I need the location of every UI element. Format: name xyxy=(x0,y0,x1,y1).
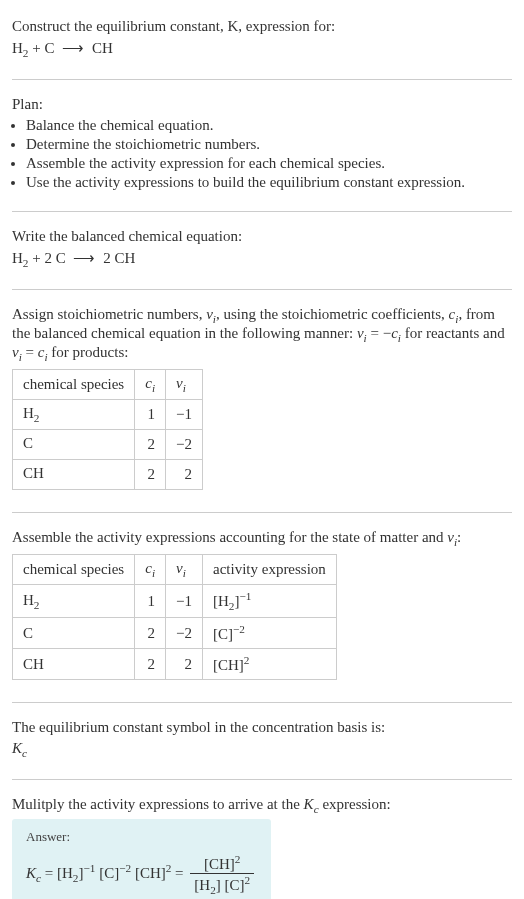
kc-expression: Kc = [H2]−1 [C]−2 [CH]2 = [CH]2[H2] [C]2 xyxy=(26,853,257,896)
ci-b: i xyxy=(152,567,155,579)
species-cell: C xyxy=(13,618,135,649)
col-species: chemical species xyxy=(13,555,135,585)
eq-h: H xyxy=(12,40,23,56)
nui-cell: 2 xyxy=(166,460,203,490)
multiply-section: Mulitply the activity expressions to arr… xyxy=(12,788,512,899)
frac-den: [H2] [C]2 xyxy=(190,874,254,896)
activity-cell: [H2]−1 xyxy=(202,585,336,618)
ci-cell: 2 xyxy=(135,649,166,680)
ans-t2exp: −2 xyxy=(119,862,131,874)
assign-section: Assign stoichiometric numbers, νi, using… xyxy=(12,298,512,504)
rel1c: c xyxy=(391,325,398,341)
kc-symbol-section: The equilibrium constant symbol in the c… xyxy=(12,711,512,771)
species-cell: CH xyxy=(13,460,135,490)
stoich-table: chemical species ci νi H2 1 −1 C 2 −2 CH… xyxy=(12,369,203,490)
nui-cell: −2 xyxy=(166,430,203,460)
assemble-section: Assemble the activity expressions accoun… xyxy=(12,521,512,694)
nu-sym: ν xyxy=(206,306,213,322)
den2a: [C] xyxy=(221,877,245,893)
ci-cell: 1 xyxy=(135,400,166,430)
plan-item: Balance the chemical equation. xyxy=(26,117,512,134)
nui-cell: 2 xyxy=(166,649,203,680)
rel2b: = xyxy=(22,344,38,360)
nui-cell: −1 xyxy=(166,585,203,618)
table-row: CH 2 2 xyxy=(13,460,203,490)
plan-item: Use the activity expressions to build th… xyxy=(26,174,512,191)
sp-a: H xyxy=(23,592,34,608)
prompt-equation: H2 + C ⟶ CH xyxy=(12,39,512,59)
num-exp: 2 xyxy=(235,853,241,865)
nui-cell: −1 xyxy=(166,400,203,430)
answer-box: Answer: Kc = [H2]−1 [C]−2 [CH]2 = [CH]2[… xyxy=(12,819,271,899)
ci-a: c xyxy=(145,560,152,576)
prompt-section: Construct the equilibrium constant, K, e… xyxy=(12,10,512,71)
assign-t2: , using the stoichiometric coefficients, xyxy=(216,306,449,322)
col-activity: activity expression xyxy=(202,555,336,585)
nui-b: i xyxy=(183,382,186,394)
multiply-text: Mulitply the activity expressions to arr… xyxy=(12,796,512,815)
table-row: CH 2 2 [CH]2 xyxy=(13,649,337,680)
nui-b: i xyxy=(183,567,186,579)
species-cell: CH xyxy=(13,649,135,680)
ans-eq: = xyxy=(41,865,57,881)
ans-t2a: [C] xyxy=(95,865,119,881)
plan-item: Determine the stoichiometric numbers. xyxy=(26,136,512,153)
ci-cell: 2 xyxy=(135,618,166,649)
plan-list: Balance the chemical equation. Determine… xyxy=(12,117,512,191)
frac-num: [CH]2 xyxy=(190,853,254,874)
den2exp: 2 xyxy=(245,874,251,886)
eq-plus-c: + C xyxy=(28,40,58,56)
ans-t3a: [CH] xyxy=(131,865,166,881)
species-cell: H2 xyxy=(13,585,135,618)
divider xyxy=(12,779,512,780)
ci-cell: 1 xyxy=(135,585,166,618)
sp-a: CH xyxy=(23,656,44,672)
ans-kc-a: K xyxy=(26,865,36,881)
act-a: [CH xyxy=(213,657,239,673)
ci-b: i xyxy=(152,382,155,394)
divider xyxy=(12,289,512,290)
ans-t1exp: −1 xyxy=(83,862,95,874)
sp-a: C xyxy=(23,435,33,451)
table-header-row: chemical species ci νi xyxy=(13,370,203,400)
activity-cell: [CH]2 xyxy=(202,649,336,680)
kc-symbol: Kc xyxy=(12,740,512,759)
prompt-line1: Construct the equilibrium constant, K, e… xyxy=(12,18,335,34)
assemble-t2: : xyxy=(457,529,461,545)
assign-text: Assign stoichiometric numbers, νi, using… xyxy=(12,306,512,363)
den1a: [H xyxy=(194,877,210,893)
balanced-heading: Write the balanced chemical equation: xyxy=(12,228,512,245)
act-exp: −1 xyxy=(239,590,251,602)
divider xyxy=(12,79,512,80)
bal-rhs: 2 CH xyxy=(99,250,135,266)
sp-sub: 2 xyxy=(34,599,40,611)
activity-cell: [C]−2 xyxy=(202,618,336,649)
sp-a: CH xyxy=(23,465,44,481)
assign-t1: Assign stoichiometric numbers, xyxy=(12,306,206,322)
nui-a: ν xyxy=(176,375,183,391)
arrow-icon: ⟶ xyxy=(62,39,84,57)
table-row: C 2 −2 xyxy=(13,430,203,460)
col-nui: νi xyxy=(166,370,203,400)
act-exp: −2 xyxy=(233,623,245,635)
prompt-text: Construct the equilibrium constant, K, e… xyxy=(12,18,512,35)
nu-sym: ν xyxy=(447,529,454,545)
mult-kc-a: K xyxy=(304,796,314,812)
ans-t1a: [H xyxy=(57,865,73,881)
table-header-row: chemical species ci νi activity expressi… xyxy=(13,555,337,585)
col-species: chemical species xyxy=(13,370,135,400)
ci-cell: 2 xyxy=(135,460,166,490)
divider xyxy=(12,702,512,703)
rel1a: ν xyxy=(357,325,364,341)
ci-cell: 2 xyxy=(135,430,166,460)
ans-eq2: = xyxy=(171,865,187,881)
bal-mid: + 2 C xyxy=(28,250,69,266)
activity-table: chemical species ci νi activity expressi… xyxy=(12,554,337,680)
col-nui: νi xyxy=(166,555,203,585)
divider xyxy=(12,211,512,212)
mult-t2: expression: xyxy=(319,796,391,812)
kc-symbol-text: The equilibrium constant symbol in the c… xyxy=(12,719,512,736)
table-row: H2 1 −1 [H2]−1 xyxy=(13,585,337,618)
divider xyxy=(12,512,512,513)
sp-a: H xyxy=(23,405,34,421)
